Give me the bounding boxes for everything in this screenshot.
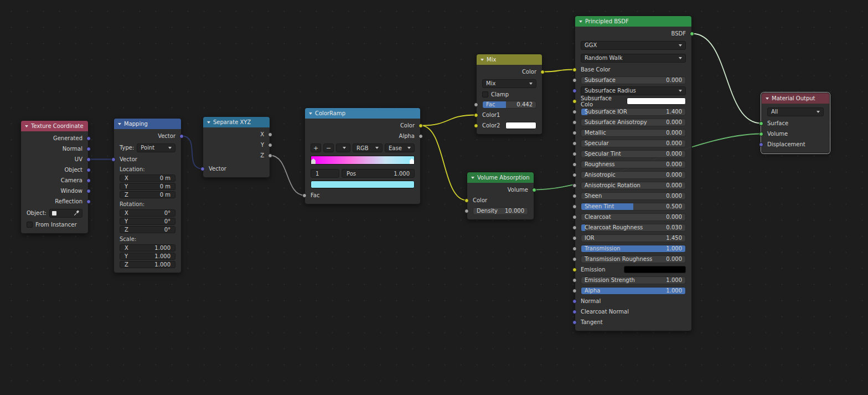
socket-output-volume[interactable] — [532, 188, 536, 192]
stop-color-swatch[interactable] — [311, 181, 415, 188]
socket-input-specular-tint[interactable] — [572, 152, 577, 156]
collapse-chevron-icon[interactable] — [309, 112, 312, 115]
socket-input-clearcoat-roughness[interactable] — [572, 225, 577, 230]
socket-input-subsurface-color[interactable] — [572, 99, 577, 104]
socket-input-color1[interactable] — [474, 113, 478, 117]
socket-input-subsurface-anisotropy[interactable] — [572, 120, 577, 125]
clamp-checkbox[interactable] — [482, 91, 488, 98]
blend-mode-dropdown[interactable]: Mix — [482, 79, 536, 88]
socket-input-emission[interactable] — [572, 268, 577, 272]
emission-color-swatch[interactable] — [624, 266, 686, 273]
socket-input-roughness[interactable] — [572, 162, 577, 167]
eyedropper-icon[interactable] — [74, 210, 80, 216]
scale-x-field[interactable]: X 1.000 — [120, 244, 175, 252]
node-mix[interactable]: Mix Color Mix Clamp Fac 0.442 Col — [476, 54, 542, 135]
transmission-slider[interactable]: Transmission 1.000 — [581, 245, 686, 253]
node-header[interactable]: Texture Coordinate — [21, 121, 88, 131]
node-material-output[interactable]: Material Output All Surface Volume Displ… — [761, 93, 830, 153]
socket-input-normal[interactable] — [572, 299, 577, 304]
colorramp-stop-handle-left[interactable] — [311, 158, 316, 164]
node-texture-coordinate[interactable]: Texture Coordinate Generated Normal UV O… — [20, 120, 89, 234]
color2-swatch[interactable] — [505, 122, 536, 129]
from-instancer-checkbox[interactable] — [27, 222, 33, 228]
socket-output-color[interactable] — [418, 124, 423, 128]
socket-output-window[interactable] — [86, 189, 91, 193]
fac-slider[interactable]: Fac 0.442 — [482, 101, 536, 109]
socket-input-displacement[interactable] — [759, 142, 763, 147]
clearcoat-slider[interactable]: Clearcoat 0.000 — [581, 213, 686, 221]
location-x-field[interactable]: X 0 m — [120, 175, 175, 182]
colorramp-stop-handle-right[interactable] — [410, 158, 414, 164]
node-editor-canvas[interactable]: Texture Coordinate Generated Normal UV O… — [0, 0, 868, 395]
socket-output-reflection[interactable] — [86, 199, 91, 204]
node-header[interactable]: Principled BSDF — [575, 16, 691, 27]
socket-input-volume[interactable] — [759, 132, 763, 136]
node-volume-absorption[interactable]: Volume Absorption Volume Color Density 1… — [467, 172, 534, 220]
socket-input-sheen[interactable] — [572, 194, 577, 198]
node-header[interactable]: Mix — [477, 54, 542, 65]
socket-input-color2[interactable] — [474, 124, 478, 128]
scale-z-field[interactable]: Z 1.000 — [120, 261, 175, 268]
transmission-roughness-slider[interactable]: Transmission Roughness 0.000 — [581, 255, 686, 263]
collapse-chevron-icon[interactable] — [118, 123, 121, 125]
node-header[interactable]: Material Output — [762, 93, 829, 104]
color-mode-dropdown[interactable]: RGB — [353, 143, 383, 152]
socket-input-emission-strength[interactable] — [572, 278, 577, 283]
metallic-slider[interactable]: Metallic 0.000 — [581, 129, 686, 137]
alpha-slider[interactable]: Alpha 1.000 — [581, 287, 686, 295]
collapse-chevron-icon[interactable] — [25, 125, 28, 127]
subsurface-ior-slider[interactable]: Subsurface IOR 1.400 — [581, 108, 686, 116]
remove-stop-button[interactable]: − — [323, 143, 334, 152]
sheen-slider[interactable]: Sheen 0.000 — [581, 192, 686, 200]
socket-output-uv[interactable] — [86, 157, 91, 162]
socket-output-normal[interactable] — [86, 147, 91, 151]
subsurface-radius-field[interactable]: Subsurface Radius — [581, 86, 686, 95]
anisotropic-rotation-slider[interactable]: Anisotropic Rotation 0.000 — [581, 182, 686, 189]
socket-output-alpha[interactable] — [418, 134, 423, 138]
collapse-chevron-icon[interactable] — [207, 121, 210, 124]
socket-input-vector[interactable] — [111, 157, 116, 162]
socket-input-subsurface-ior[interactable] — [572, 110, 577, 114]
distribution-dropdown[interactable]: GGX — [581, 41, 686, 50]
rotation-z-field[interactable]: Z 0° — [120, 226, 175, 233]
socket-input-specular[interactable] — [572, 141, 577, 146]
socket-input-density[interactable] — [464, 209, 469, 213]
node-header[interactable]: Separate XYZ — [203, 117, 270, 127]
socket-input-transmission[interactable] — [572, 247, 577, 251]
roughness-slider[interactable]: Roughness 0.000 — [581, 161, 686, 168]
socket-input-subsurface[interactable] — [572, 78, 577, 83]
stop-index-field[interactable]: 1 — [311, 169, 339, 178]
socket-output-color[interactable] — [540, 70, 545, 74]
socket-input-fac[interactable] — [474, 102, 478, 107]
socket-input-surface[interactable] — [759, 121, 763, 126]
target-dropdown[interactable]: All — [767, 107, 824, 116]
specular-slider[interactable]: Specular 0.000 — [581, 140, 686, 147]
location-z-field[interactable]: Z 0 m — [120, 191, 175, 198]
collapse-chevron-icon[interactable] — [766, 98, 769, 100]
specular-tint-slider[interactable]: Specular Tint 0.000 — [581, 150, 686, 158]
mapping-type-dropdown[interactable]: Point — [137, 143, 175, 152]
socket-input-anisotropic-rotation[interactable] — [572, 183, 577, 188]
location-y-field[interactable]: Y 0 m — [120, 183, 175, 190]
add-stop-button[interactable]: + — [311, 143, 321, 152]
socket-input-clearcoat[interactable] — [572, 215, 577, 219]
socket-output-z[interactable] — [268, 153, 272, 158]
clearcoat-roughness-slider[interactable]: Clearcoat Roughness 0.030 — [581, 224, 686, 232]
socket-output-camera[interactable] — [86, 178, 91, 183]
node-header[interactable]: Mapping — [114, 119, 181, 129]
subsurface-anisotropy-slider[interactable]: Subsurface Anisotropy 0.000 — [581, 119, 686, 126]
rotation-y-field[interactable]: Y 0° — [120, 218, 175, 225]
node-mapping[interactable]: Mapping Vector Type: Point Vector Locati… — [113, 118, 182, 273]
socket-input-alpha[interactable] — [572, 289, 577, 293]
collapse-chevron-icon[interactable] — [579, 20, 582, 23]
node-separate-xyz[interactable]: Separate XYZ X Y Z Vector — [203, 116, 270, 178]
node-principled-bsdf[interactable]: Principled BSDF BSDF GGX Random Walk Bas… — [575, 16, 692, 331]
socket-input-anisotropic[interactable] — [572, 173, 577, 177]
socket-input-base-color[interactable] — [572, 68, 577, 72]
subsurface-method-dropdown[interactable]: Random Walk — [581, 54, 686, 63]
socket-input-fac[interactable] — [302, 193, 307, 198]
socket-input-clearcoat-normal[interactable] — [572, 310, 577, 314]
stop-position-field[interactable]: Pos 1.000 — [342, 169, 415, 178]
socket-input-transmission-roughness[interactable] — [572, 257, 577, 261]
ramp-options-dropdown[interactable] — [336, 143, 350, 152]
